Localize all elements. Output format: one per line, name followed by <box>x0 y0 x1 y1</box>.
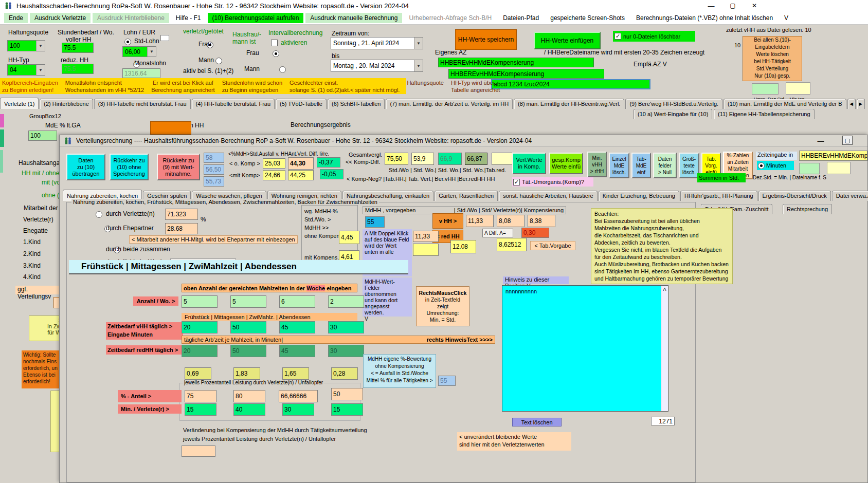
menu-v[interactable]: V <box>780 13 793 23</box>
chevron-down-icon[interactable]: ▼ <box>36 41 45 51</box>
hausfrau-mann-radio[interactable] <box>279 66 286 73</box>
nur-0-dateien-checkbox[interactable]: ✓ <box>614 33 621 40</box>
mittel-prozent-field[interactable]: 55 <box>438 376 456 386</box>
anzahl-fruehstueck[interactable]: 5 <box>182 295 218 308</box>
einzel-mde-button[interactable]: EinzelMdElösch. <box>609 153 629 178</box>
zeit-field-yellow[interactable] <box>827 162 851 174</box>
mdhh-redhh-field[interactable]: 11,33 <box>413 231 439 242</box>
minuten-radio[interactable] <box>758 162 765 169</box>
daten-zu-10-button[interactable]: Datenzu (10)übertragen <box>66 154 105 180</box>
verletzt-mann-radio[interactable] <box>215 58 222 64</box>
dec-abendessen[interactable]: 0,28 <box>331 367 358 380</box>
hh-werte-speichern-button[interactable]: HH-Werte speichern <box>455 29 517 50</box>
mdhh-blue-field[interactable]: 55 <box>365 216 385 228</box>
chevron-down-icon[interactable]: ▼ <box>147 47 156 57</box>
diff-field[interactable]: 0,30 <box>521 228 549 238</box>
vhh-mittagessen[interactable]: 50 <box>230 321 266 333</box>
vhh-fruehstueck[interactable]: 20 <box>182 321 218 333</box>
anzahl-mittagessen[interactable]: 5 <box>230 295 266 308</box>
tab-9-stdbedarf[interactable]: (9) Bere'weg HH-StdBed.u.Verteilg. <box>625 99 722 109</box>
okomp-val-2[interactable]: 44,30 <box>288 157 314 170</box>
zeitraum-bis-combo[interactable]: Montag , 20. Mai 2024 ▼ <box>331 60 423 72</box>
chevron-down-icon[interactable]: ▼ <box>36 65 45 75</box>
hinweis-textarea[interactable]: nnnnnnnnnn Λ <box>502 285 668 412</box>
datenfelder-null-button[interactable]: Datenfelder> Null <box>653 153 677 178</box>
stdlohn-combo[interactable]: 06,00 ▼ <box>122 46 156 57</box>
vhh-zwimahlzeit[interactable]: 45 <box>279 321 315 333</box>
mde-field[interactable]: 100 <box>28 131 57 141</box>
aktivieren-checkbox[interactable] <box>271 40 278 46</box>
close-icon[interactable]: ✕ <box>747 1 762 10</box>
rueckkehr-mit-button[interactable]: Rückkehr zu(9) mit Wert-mitnahme. <box>157 154 200 180</box>
dec-fruehstueck[interactable]: 0,69 <box>185 367 211 380</box>
umrechnung-field-green[interactable] <box>752 83 779 95</box>
az-field-2[interactable]: HHBEREvHHMdEKompensierung <box>448 69 604 79</box>
anzahl-zwimahlzeit[interactable]: 6 <box>279 295 315 308</box>
dialog-maximize-icon[interactable]: ▢ <box>842 136 853 145</box>
tab-10a-wert-eingabe[interactable]: (10 a) Wert-Eingabe für (10) <box>634 109 712 119</box>
std-value-2[interactable]: 56,50 <box>204 164 224 175</box>
menu-ausdruck-verletzte[interactable]: Ausdruck Verletzte <box>30 13 91 23</box>
tab-10-mde[interactable]: (10) man. Ermittlg der MdE und Verteilg … <box>724 99 846 109</box>
redhh-mittagessen[interactable]: 50 <box>230 345 266 357</box>
verletzte-prozent-field[interactable]: 71.323 <box>165 209 198 220</box>
tab-mde-button[interactable]: Tab-MdEeinf <box>631 153 651 178</box>
mdhh-stdwo-field[interactable]: 11,33 <box>466 215 494 227</box>
monatslohn-field[interactable]: 1316,64 <box>122 68 160 78</box>
reduz-hh-field[interactable]: 75.5 <box>62 64 94 74</box>
rueckkehr-ohne-button[interactable]: Rückkehr zu(10) ohneSpeicherung <box>110 154 149 180</box>
tab-ergebnis[interactable]: Ergebnis-Übersicht/Druck <box>758 191 831 201</box>
ges-val-3[interactable]: 66,9 <box>438 153 462 165</box>
tab-hh-tabelle-nicht-berufstaetig[interactable]: (3) HH-Tabelle nicht berufstät. Frau <box>94 99 191 109</box>
okomp-diff[interactable]: -0,37 <box>317 157 340 168</box>
menu-berechnungsdatei[interactable]: (10) Berechnungsdatei aufrufen <box>208 13 304 23</box>
tab-schbh[interactable]: (6) SchBH-Tabellen <box>328 99 385 109</box>
menu-ende[interactable]: Ende <box>4 13 28 23</box>
dec-zwimahlzeit[interactable]: 1,65 <box>282 367 309 380</box>
chevron-down-icon[interactable]: ▼ <box>414 60 423 71</box>
menu-ausdruck-manuell[interactable]: Ausdruck manuelle Berechnung <box>305 13 402 23</box>
hhtyp-combo[interactable]: 04 ▼ <box>7 64 45 76</box>
tab-rechtsprechung[interactable]: Rechtsprechung <box>783 204 832 214</box>
berechnung-button[interactable] <box>150 121 191 135</box>
menu-ausdruck-hinterbliebene[interactable]: Ausdruck Hinterbliebene <box>93 13 169 23</box>
min-zwimahlzeit[interactable]: 30 <box>282 403 314 416</box>
zeitraum-von-value[interactable]: Sonntag , 21. April 2024 <box>331 38 414 49</box>
menu-dateien-pfad[interactable]: Dateien-Pfad <box>498 13 544 23</box>
gesp-komp-button[interactable]: gesp.KompWerte einfü <box>549 153 583 174</box>
tab-verletzte-1[interactable]: Verletzte (1) <box>0 98 39 109</box>
menu-screenshots[interactable]: gespeicherte Screen-Shots <box>546 13 629 23</box>
pct-mittagessen[interactable]: 80 <box>233 390 265 402</box>
haftungsquote-value[interactable]: 100 <box>8 41 36 51</box>
hhtyp-value[interactable]: 04 <box>8 65 36 75</box>
mdhh-1208-field[interactable]: 12.08 <box>450 240 476 253</box>
dec-mittagessen[interactable]: 1,83 <box>233 367 260 380</box>
mkomp-diff[interactable]: -0,05 <box>320 169 343 179</box>
min-vhh-button[interactable]: Min.vHH> rHH <box>587 152 607 177</box>
maximize-icon[interactable]: ▢ <box>725 1 740 10</box>
tab-11-tabellenspeicherung[interactable]: (11) Eigene HH-Tabellenspeicherung <box>714 109 815 119</box>
durch-verletzte-radio[interactable] <box>96 211 102 218</box>
ges-val-5[interactable] <box>492 153 513 165</box>
zeitraum-bis-value[interactable]: Montag , 20. Mai 2024 <box>331 60 414 71</box>
pct-zwimahlzeit[interactable]: 66,66666 <box>279 390 318 402</box>
std-value-3[interactable]: 55,73 <box>204 176 224 187</box>
pct-fruehstueck[interactable]: 75 <box>185 390 216 402</box>
stdlohn-value[interactable]: 06,00 <box>123 47 147 57</box>
stundenbedarf-field[interactable]: 75.5 <box>62 43 94 53</box>
tab-sonstige[interactable]: sonst. häusliche Arbeiten, Haustiere <box>499 191 598 201</box>
tab-8-beeintraechtigung[interactable]: (8) man. Ermittlg der HH-Beeintr.wg.Verl… <box>514 99 624 109</box>
tabs-scroll-right-icon[interactable]: ► <box>857 99 865 109</box>
tab-7-ermittlung[interactable]: (7) man. Ermittlg. der Arb'zeit u. Verte… <box>386 99 513 109</box>
mdhh-kompensierung-field[interactable]: 8,38 <box>528 215 555 227</box>
hausfrau-frau-radio[interactable] <box>273 50 279 57</box>
text-loeschen-button[interactable]: Text löschen <box>512 418 562 426</box>
verl-werte-button[interactable]: Verl.Wertein Komp. <box>512 153 546 174</box>
stdlohn-flag-box[interactable] <box>160 35 169 41</box>
redhh-fruehstueck[interactable]: 20 <box>182 345 218 357</box>
ehepartner-prozent-field[interactable]: 28.68 <box>165 223 198 234</box>
haftungsquote-combo[interactable]: 100 ▼ <box>7 40 45 51</box>
ges-val-2[interactable]: 53,9 <box>411 153 434 165</box>
mdhh-862512-field[interactable]: 8,62512 <box>497 238 527 251</box>
min-abendessen[interactable]: 15 <box>331 403 363 416</box>
